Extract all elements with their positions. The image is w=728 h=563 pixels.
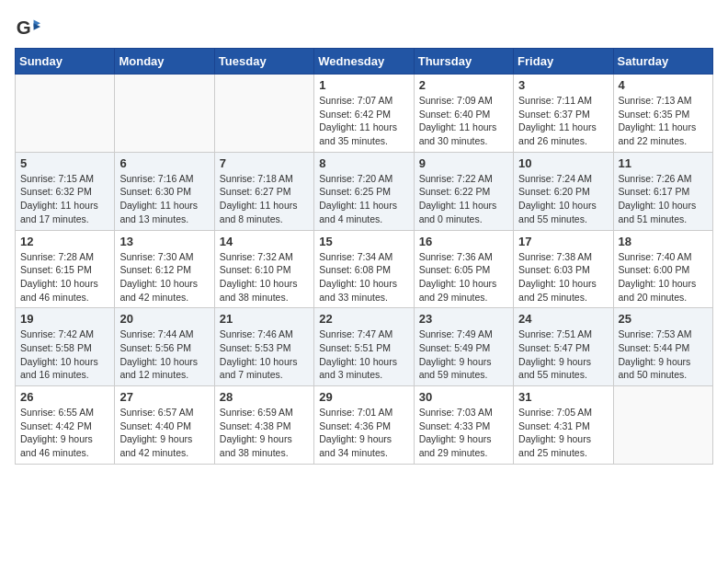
day-info: Sunrise: 7:53 AMSunset: 5:44 PMDaylight:… xyxy=(619,327,708,382)
day-number: 29 xyxy=(319,390,408,404)
day-number: 3 xyxy=(518,78,608,92)
day-number: 21 xyxy=(220,312,309,326)
day-info: Sunrise: 7:18 AMSunset: 6:27 PMDaylight:… xyxy=(220,172,309,226)
day-info: Sunrise: 7:46 AMSunset: 5:53 PMDaylight:… xyxy=(220,327,309,382)
calendar-cell xyxy=(613,386,712,465)
day-number: 2 xyxy=(419,78,508,92)
weekday-header: Sunday xyxy=(16,49,115,75)
day-number: 20 xyxy=(119,312,209,326)
day-info: Sunrise: 7:49 AMSunset: 5:49 PMDaylight:… xyxy=(419,327,508,382)
day-number: 6 xyxy=(119,156,209,170)
calendar-cell: 25Sunrise: 7:53 AMSunset: 5:44 PMDayligh… xyxy=(613,308,712,386)
calendar-cell xyxy=(115,75,214,153)
day-info: Sunrise: 7:44 AMSunset: 5:56 PMDaylight:… xyxy=(119,327,209,382)
weekday-header: Monday xyxy=(115,49,214,75)
day-info: Sunrise: 7:22 AMSunset: 6:22 PMDaylight:… xyxy=(419,172,508,226)
calendar-cell: 8Sunrise: 7:20 AMSunset: 6:25 PMDaylight… xyxy=(314,152,414,230)
calendar-cell: 24Sunrise: 7:51 AMSunset: 5:47 PMDayligh… xyxy=(514,308,613,386)
weekday-header: Thursday xyxy=(414,49,513,75)
day-number: 11 xyxy=(619,156,708,170)
calendar-cell: 18Sunrise: 7:40 AMSunset: 6:00 PMDayligh… xyxy=(613,230,712,308)
day-number: 18 xyxy=(619,235,708,248)
day-number: 31 xyxy=(518,390,608,404)
day-number: 30 xyxy=(419,390,508,404)
calendar-table: SundayMondayTuesdayWednesdayThursdayFrid… xyxy=(15,48,713,465)
logo-icon: G xyxy=(15,15,40,40)
calendar-cell: 11Sunrise: 7:26 AMSunset: 6:17 PMDayligh… xyxy=(613,152,712,230)
day-info: Sunrise: 7:05 AMSunset: 4:31 PMDaylight:… xyxy=(518,406,608,460)
day-info: Sunrise: 6:57 AMSunset: 4:40 PMDaylight:… xyxy=(119,406,209,460)
day-number: 23 xyxy=(419,312,508,326)
svg-text:G: G xyxy=(17,17,31,38)
calendar-week-row: 1Sunrise: 7:07 AMSunset: 6:42 PMDaylight… xyxy=(16,75,713,153)
calendar-cell: 22Sunrise: 7:47 AMSunset: 5:51 PMDayligh… xyxy=(314,308,414,386)
calendar-cell: 20Sunrise: 7:44 AMSunset: 5:56 PMDayligh… xyxy=(115,308,214,386)
page-header: G xyxy=(15,15,713,40)
day-number: 26 xyxy=(20,390,109,404)
calendar-cell: 19Sunrise: 7:42 AMSunset: 5:58 PMDayligh… xyxy=(16,308,115,386)
day-info: Sunrise: 7:01 AMSunset: 4:36 PMDaylight:… xyxy=(319,406,408,460)
day-info: Sunrise: 7:13 AMSunset: 6:35 PMDaylight:… xyxy=(619,94,708,148)
day-info: Sunrise: 7:07 AMSunset: 6:42 PMDaylight:… xyxy=(319,94,408,148)
calendar-cell: 5Sunrise: 7:15 AMSunset: 6:32 PMDaylight… xyxy=(16,152,115,230)
day-number: 19 xyxy=(20,312,109,326)
day-info: Sunrise: 7:11 AMSunset: 6:37 PMDaylight:… xyxy=(518,94,608,148)
day-info: Sunrise: 6:55 AMSunset: 4:42 PMDaylight:… xyxy=(20,406,109,460)
calendar-cell: 2Sunrise: 7:09 AMSunset: 6:40 PMDaylight… xyxy=(414,75,513,153)
day-info: Sunrise: 7:47 AMSunset: 5:51 PMDaylight:… xyxy=(319,327,408,382)
day-info: Sunrise: 7:34 AMSunset: 6:08 PMDaylight:… xyxy=(319,250,408,304)
weekday-header: Wednesday xyxy=(314,49,414,75)
calendar-cell: 23Sunrise: 7:49 AMSunset: 5:49 PMDayligh… xyxy=(414,308,513,386)
calendar-cell: 27Sunrise: 6:57 AMSunset: 4:40 PMDayligh… xyxy=(115,386,214,465)
day-number: 14 xyxy=(220,235,309,248)
calendar-cell: 10Sunrise: 7:24 AMSunset: 6:20 PMDayligh… xyxy=(514,152,613,230)
day-info: Sunrise: 7:24 AMSunset: 6:20 PMDaylight:… xyxy=(518,172,608,226)
day-number: 12 xyxy=(20,235,109,248)
calendar-cell: 21Sunrise: 7:46 AMSunset: 5:53 PMDayligh… xyxy=(214,308,313,386)
day-number: 15 xyxy=(319,235,408,248)
day-number: 22 xyxy=(319,312,408,326)
day-info: Sunrise: 7:03 AMSunset: 4:33 PMDaylight:… xyxy=(419,406,508,460)
day-number: 16 xyxy=(419,235,508,248)
weekday-header: Saturday xyxy=(613,49,712,75)
day-info: Sunrise: 7:20 AMSunset: 6:25 PMDaylight:… xyxy=(319,172,408,226)
calendar-cell: 4Sunrise: 7:13 AMSunset: 6:35 PMDaylight… xyxy=(613,75,712,153)
day-info: Sunrise: 7:36 AMSunset: 6:05 PMDaylight:… xyxy=(419,250,508,304)
day-number: 24 xyxy=(518,312,608,326)
calendar-cell: 1Sunrise: 7:07 AMSunset: 6:42 PMDaylight… xyxy=(314,75,414,153)
calendar-cell: 15Sunrise: 7:34 AMSunset: 6:08 PMDayligh… xyxy=(314,230,414,308)
day-info: Sunrise: 7:30 AMSunset: 6:12 PMDaylight:… xyxy=(119,250,209,304)
day-info: Sunrise: 6:59 AMSunset: 4:38 PMDaylight:… xyxy=(220,406,309,460)
calendar-week-row: 12Sunrise: 7:28 AMSunset: 6:15 PMDayligh… xyxy=(16,230,713,308)
calendar-week-row: 19Sunrise: 7:42 AMSunset: 5:58 PMDayligh… xyxy=(16,308,713,386)
calendar-cell xyxy=(16,75,115,153)
day-info: Sunrise: 7:16 AMSunset: 6:30 PMDaylight:… xyxy=(119,172,209,226)
calendar-cell: 12Sunrise: 7:28 AMSunset: 6:15 PMDayligh… xyxy=(16,230,115,308)
day-info: Sunrise: 7:15 AMSunset: 6:32 PMDaylight:… xyxy=(20,172,109,226)
calendar-cell: 31Sunrise: 7:05 AMSunset: 4:31 PMDayligh… xyxy=(514,386,613,465)
day-number: 4 xyxy=(619,78,708,92)
day-info: Sunrise: 7:51 AMSunset: 5:47 PMDaylight:… xyxy=(518,327,608,382)
day-number: 5 xyxy=(20,156,109,170)
day-info: Sunrise: 7:28 AMSunset: 6:15 PMDaylight:… xyxy=(20,250,109,304)
day-number: 27 xyxy=(119,390,209,404)
day-info: Sunrise: 7:26 AMSunset: 6:17 PMDaylight:… xyxy=(619,172,708,226)
calendar-cell: 17Sunrise: 7:38 AMSunset: 6:03 PMDayligh… xyxy=(514,230,613,308)
day-info: Sunrise: 7:42 AMSunset: 5:58 PMDaylight:… xyxy=(20,327,109,382)
calendar-cell xyxy=(214,75,313,153)
day-number: 13 xyxy=(119,235,209,248)
weekday-header: Friday xyxy=(514,49,613,75)
day-info: Sunrise: 7:09 AMSunset: 6:40 PMDaylight:… xyxy=(419,94,508,148)
calendar-cell: 29Sunrise: 7:01 AMSunset: 4:36 PMDayligh… xyxy=(314,386,414,465)
calendar-cell: 16Sunrise: 7:36 AMSunset: 6:05 PMDayligh… xyxy=(414,230,513,308)
day-number: 25 xyxy=(619,312,708,326)
calendar-cell: 30Sunrise: 7:03 AMSunset: 4:33 PMDayligh… xyxy=(414,386,513,465)
calendar-cell: 9Sunrise: 7:22 AMSunset: 6:22 PMDaylight… xyxy=(414,152,513,230)
calendar-cell: 6Sunrise: 7:16 AMSunset: 6:30 PMDaylight… xyxy=(115,152,214,230)
calendar-week-row: 5Sunrise: 7:15 AMSunset: 6:32 PMDaylight… xyxy=(16,152,713,230)
day-info: Sunrise: 7:32 AMSunset: 6:10 PMDaylight:… xyxy=(220,250,309,304)
day-number: 8 xyxy=(319,156,408,170)
calendar-cell: 14Sunrise: 7:32 AMSunset: 6:10 PMDayligh… xyxy=(214,230,313,308)
calendar-cell: 28Sunrise: 6:59 AMSunset: 4:38 PMDayligh… xyxy=(214,386,313,465)
calendar-cell: 26Sunrise: 6:55 AMSunset: 4:42 PMDayligh… xyxy=(16,386,115,465)
